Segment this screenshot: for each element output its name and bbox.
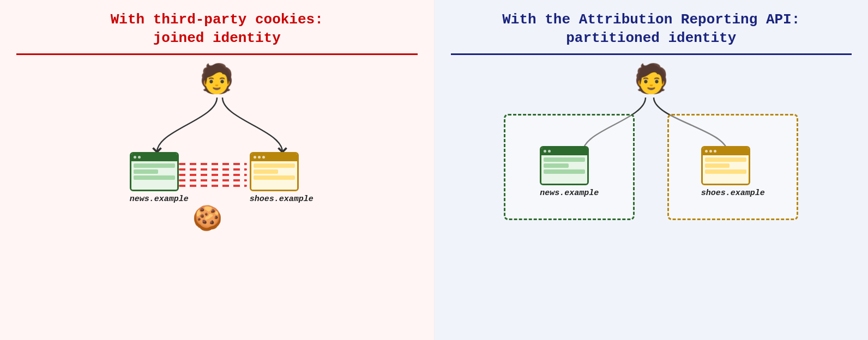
right-panel-title: With the Attribution Reporting API: part… [502, 11, 800, 48]
right-panel: With the Attribution Reporting API: part… [435, 0, 869, 340]
site-label-news-left: news.example [130, 195, 189, 204]
left-title-line1: With third-party cookies: [111, 11, 323, 28]
browser-shoes-left: shoes.example [250, 152, 314, 204]
partition-box-shoes: shoes.example [667, 114, 798, 220]
left-diagram: 🧑 [86, 65, 348, 250]
site-label-news-right: news.example [540, 189, 599, 198]
browser-shoes-right: shoes.example [701, 146, 765, 198]
right-divider [451, 53, 852, 55]
cookie-icon: 🍪 [192, 204, 222, 232]
left-divider [16, 53, 418, 55]
left-panel-title: With third-party cookies: joined identit… [111, 11, 323, 48]
left-panel: With third-party cookies: joined identit… [0, 0, 435, 340]
browser-news-right: news.example [540, 146, 599, 198]
red-connection-lines [179, 159, 247, 191]
partition-box-news: news.example [504, 114, 635, 220]
right-title-line2: partitioned identity [566, 30, 736, 46]
site-label-shoes-right: shoes.example [701, 189, 765, 198]
right-title-line1: With the Attribution Reporting API: [502, 11, 800, 28]
right-diagram: 🧑 [487, 65, 815, 250]
site-label-shoes-left: shoes.example [250, 195, 314, 204]
left-title-line2: joined identity [153, 30, 281, 46]
